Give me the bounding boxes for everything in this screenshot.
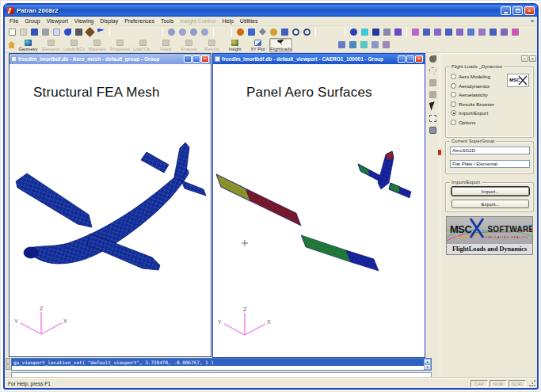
- radio-dot: [451, 120, 456, 125]
- select-lasso-icon[interactable]: [429, 113, 438, 123]
- menu-item-group[interactable]: Group: [21, 17, 43, 25]
- close-button[interactable]: ×: [524, 6, 535, 15]
- command-history[interactable]: ga_viewport_location_set( "default_viewp…: [11, 358, 432, 371]
- menu-item-viewport[interactable]: Viewport: [44, 17, 71, 25]
- menu-bar: File Group Viewport Viewing Display Pref…: [5, 17, 537, 26]
- coord-frame-icon[interactable]: [393, 27, 403, 37]
- copy-icon[interactable]: [51, 27, 62, 37]
- fit-view-icon[interactable]: [280, 27, 290, 37]
- command-history-line[interactable]: ga_viewport_location_set( "default_viewp…: [12, 359, 431, 366]
- viewport-close-button[interactable]: ×: [415, 55, 423, 63]
- maximize-button[interactable]: [512, 6, 523, 15]
- menu-item-viewing[interactable]: Viewing: [71, 17, 97, 25]
- radio-options[interactable]: Options: [451, 120, 533, 125]
- reset-graphics-icon[interactable]: [499, 27, 509, 37]
- app-button-load-cases: Load Ca...: [131, 38, 154, 52]
- brush-icon[interactable]: [85, 27, 95, 37]
- refresh-graphics-icon[interactable]: [510, 27, 520, 37]
- select-any-icon[interactable]: [429, 54, 438, 63]
- title-bar[interactable]: Patran 2008r2 ×: [5, 5, 537, 17]
- labels-on-icon[interactable]: [421, 27, 432, 37]
- curve-icon[interactable]: [360, 27, 370, 37]
- transform-icon[interactable]: [348, 40, 358, 50]
- msc-software-logo: MSC SOFTWARE SIMULATING REALITY FlightLo…: [446, 216, 533, 255]
- mirror-icon[interactable]: [337, 40, 347, 50]
- equivalence-icon[interactable]: [370, 40, 380, 50]
- flag-icon[interactable]: [96, 27, 106, 37]
- menu-item-display[interactable]: Display: [97, 17, 121, 25]
- panel-close-button[interactable]: ×: [529, 55, 536, 62]
- renumber-icon[interactable]: [381, 40, 391, 50]
- scroll-down-icon[interactable]: ▼: [424, 364, 431, 370]
- pan-icon[interactable]: [257, 27, 268, 37]
- print-icon[interactable]: [40, 27, 51, 37]
- command-up-button[interactable]: [6, 358, 10, 363]
- labels-off-icon[interactable]: [432, 27, 443, 37]
- viewport-structural-canvas[interactable]: Structural FEA Mesh: [10, 64, 211, 356]
- hidden-line-icon[interactable]: [477, 27, 487, 37]
- app-button-geometry[interactable]: Geometry: [17, 38, 40, 52]
- undo-icon[interactable]: [63, 27, 73, 37]
- import-button[interactable]: Import...: [451, 187, 529, 196]
- surface-icon[interactable]: [371, 27, 381, 37]
- solid-icon[interactable]: [382, 27, 392, 37]
- radio-aeroelasticity[interactable]: Aeroelasticity: [451, 92, 533, 97]
- app-button-xy-plot[interactable]: XY Plot: [246, 38, 269, 52]
- zoom-in-icon[interactable]: [291, 27, 301, 37]
- new-icon[interactable]: [7, 27, 17, 37]
- front-view-icon[interactable]: [177, 27, 188, 37]
- toolbar-overflow-chevron[interactable]: »: [531, 17, 535, 25]
- verify-icon[interactable]: [359, 40, 369, 50]
- top-view-icon[interactable]: [200, 27, 210, 37]
- radio-import-export[interactable]: Import/Export: [451, 110, 533, 116]
- side-view-icon[interactable]: [189, 27, 199, 37]
- menu-item-tools[interactable]: Tools: [158, 17, 177, 25]
- supergroup-type-field[interactable]: Flat Plate / Elemental: [450, 160, 530, 168]
- open-icon[interactable]: [18, 27, 29, 37]
- elements-icon: [48, 40, 55, 46]
- viewport-structural-titlebar[interactable]: freedlm_imortbdf.db - Aero_mesh - defaul…: [10, 54, 211, 64]
- iso-view-icon[interactable]: [166, 27, 177, 37]
- wireframe-icon[interactable]: [455, 27, 465, 37]
- viewport-aero-titlebar[interactable]: freedlm_imortbdf.db - default_viewport -…: [213, 54, 425, 64]
- save-icon[interactable]: [29, 27, 40, 37]
- select-cycle-icon[interactable]: [429, 125, 438, 135]
- plot-markers-icon[interactable]: [410, 27, 421, 37]
- viewport-aero-canvas[interactable]: Panel Aero Surfaces: [213, 64, 425, 357]
- command-down-button[interactable]: [6, 364, 10, 370]
- select-box-b-icon[interactable]: [429, 89, 438, 99]
- viewport-minimize-button[interactable]: –: [398, 55, 406, 63]
- center-icon[interactable]: [269, 27, 279, 37]
- export-button[interactable]: Export...: [451, 200, 529, 208]
- viewport-maximize-button[interactable]: □: [406, 55, 414, 63]
- smooth-icon[interactable]: [466, 27, 476, 37]
- app-button-insight[interactable]: Insight: [223, 38, 246, 52]
- select-polygon-icon[interactable]: [429, 66, 438, 75]
- menu-item-file[interactable]: File: [6, 17, 21, 25]
- resize-grip[interactable]: [528, 379, 536, 387]
- shade-icon[interactable]: [444, 27, 454, 37]
- point-icon[interactable]: [349, 27, 359, 37]
- command-history-scrollbar[interactable]: ▲ ▼: [424, 359, 431, 370]
- minimize-button[interactable]: [501, 6, 511, 15]
- viewport-maximize-button[interactable]: □: [192, 55, 200, 63]
- viewport-close-button[interactable]: ×: [201, 55, 209, 63]
- zoom-out-icon[interactable]: [302, 27, 312, 37]
- splitter-handle[interactable]: [438, 150, 441, 155]
- menu-item-preferences[interactable]: Preferences: [121, 17, 158, 25]
- panel-collapse-button[interactable]: ▪: [521, 55, 528, 62]
- supergroup-name-field[interactable]: AeroSG2D: [450, 147, 530, 154]
- home-icon[interactable]: [6, 40, 17, 50]
- select-icon[interactable]: [74, 27, 84, 37]
- perspective-icon[interactable]: [488, 27, 498, 37]
- radio-results-browser[interactable]: Results Browser: [451, 101, 533, 107]
- select-box-a-icon[interactable]: [429, 78, 438, 87]
- scroll-up-icon[interactable]: ▲: [424, 359, 431, 364]
- menu-item-utilities[interactable]: Utilities: [237, 17, 261, 25]
- viewport-minimize-button[interactable]: –: [184, 55, 192, 63]
- menu-item-help[interactable]: Help: [219, 17, 236, 25]
- rotate-icon[interactable]: [246, 27, 257, 37]
- cursor-arrow-icon[interactable]: [429, 101, 438, 111]
- refresh-icon[interactable]: [235, 27, 246, 37]
- app-button-flightloads[interactable]: Flightloads: [269, 38, 292, 52]
